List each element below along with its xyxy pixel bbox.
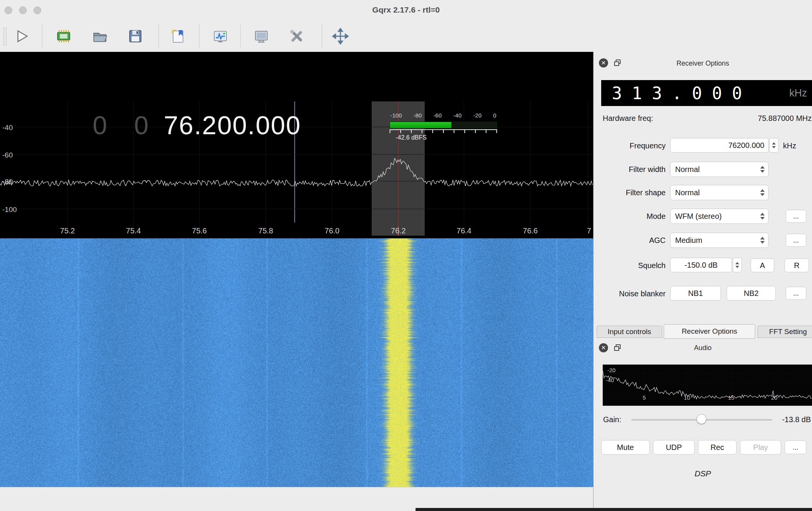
window-bottom-edge bbox=[416, 508, 812, 511]
frequency-stepper[interactable] bbox=[769, 138, 778, 153]
mode-value: WFM (stereo) bbox=[675, 212, 722, 221]
filter-width-select[interactable]: Normal bbox=[670, 162, 769, 177]
status-bar-divider bbox=[0, 487, 594, 487]
agc-select[interactable]: Medium bbox=[670, 233, 769, 248]
open-folder-icon bbox=[91, 27, 109, 45]
frequency-display[interactable]: 0 076.200.000 bbox=[93, 109, 301, 141]
toolbar-separator bbox=[240, 24, 241, 48]
audio-options-button[interactable]: ... bbox=[785, 440, 806, 454]
frequency-input[interactable]: 76200.000 bbox=[670, 138, 769, 153]
tab-fft-settings[interactable]: FFT Setting bbox=[757, 326, 812, 338]
gain-label: Gain: bbox=[603, 412, 621, 427]
audio-spectrum-plot: -20 -40 5 10 15 20 bbox=[603, 365, 812, 406]
bookmarks-button[interactable] bbox=[168, 27, 187, 45]
hardware-freq-value: 75.887000 MHz bbox=[758, 113, 812, 124]
signal-meter-fill bbox=[390, 122, 451, 128]
save-settings-button[interactable] bbox=[126, 27, 144, 45]
audio-khz-label: 15 bbox=[728, 394, 735, 401]
chevron-updown-icon bbox=[760, 166, 765, 173]
audio-db-label: -40 bbox=[606, 377, 614, 383]
nb1-button[interactable]: NB1 bbox=[670, 286, 721, 300]
freq-axis-label: 75.2 bbox=[60, 227, 75, 235]
chevron-updown-icon bbox=[760, 189, 765, 196]
frequency-display-dim-digits: 0 0 bbox=[93, 111, 159, 140]
play-button[interactable]: Play bbox=[740, 440, 781, 455]
mode-select[interactable]: WFM (stereo) bbox=[670, 209, 769, 224]
title-bar: Gqrx 2.17.6 - rtl=0 bbox=[0, 0, 812, 21]
frequency-label: Frequency bbox=[594, 138, 666, 153]
tab-input-controls[interactable]: Input controls bbox=[597, 326, 662, 338]
signal-meter-scale-labels: -100 -80 -60 -40 -20 0 bbox=[390, 112, 497, 120]
mode-label: Mode bbox=[594, 209, 666, 224]
filter-shape-row: Filter shape Normal bbox=[594, 185, 812, 200]
channel-filter-offset-lcd[interactable]: 313.000 kHz bbox=[601, 80, 812, 106]
rec-button[interactable]: Rec bbox=[698, 440, 737, 455]
configure-io-button[interactable] bbox=[55, 27, 73, 45]
mode-options-button[interactable]: ... bbox=[786, 210, 806, 223]
noise-blanker-row: Noise blanker NB1 NB2 ... bbox=[594, 286, 812, 301]
db-axis-label: -80 bbox=[2, 178, 13, 186]
freq-axis-label: 76.0 bbox=[325, 227, 340, 235]
squelch-stepper[interactable] bbox=[733, 258, 742, 272]
frequency-row: Frequency 76200.000 kHz bbox=[594, 138, 812, 153]
fullscreen-button[interactable] bbox=[331, 27, 350, 45]
meter-tick: -40 bbox=[453, 112, 462, 120]
filter-shape-value: Normal bbox=[675, 188, 700, 197]
memory-chip-icon bbox=[55, 27, 73, 45]
freq-axis-label: 76.4 bbox=[457, 227, 472, 235]
frequency-unit: kHz bbox=[783, 138, 796, 153]
toolbar-separator bbox=[199, 24, 199, 48]
waterfall-display[interactable] bbox=[0, 238, 593, 487]
filter-shape-select[interactable]: Normal bbox=[670, 185, 769, 200]
nb2-button[interactable]: NB2 bbox=[727, 286, 776, 300]
freq-axis-label: 75.6 bbox=[192, 227, 207, 235]
squelch-auto-button[interactable]: A bbox=[751, 259, 774, 272]
play-icon bbox=[13, 27, 31, 45]
remote-control-button[interactable] bbox=[252, 27, 271, 45]
tools-button[interactable] bbox=[287, 27, 306, 45]
db-axis-label: -40 bbox=[2, 124, 13, 132]
computer-screen-icon bbox=[252, 27, 271, 45]
step-down-icon bbox=[772, 146, 776, 148]
tab-receiver-options[interactable]: Receiver Options bbox=[664, 324, 755, 339]
signal-meter-value: -42.6 dBFS bbox=[390, 134, 497, 141]
freq-axis-label: 75.8 bbox=[258, 227, 273, 235]
toolbar-separator bbox=[42, 24, 42, 48]
gqrx-window: Gqrx 2.17.6 - rtl=0 bbox=[0, 0, 812, 511]
lcd-unit: kHz bbox=[790, 87, 812, 99]
mode-row: Mode WFM (stereo) ... bbox=[594, 209, 812, 224]
spectrum-plot[interactable]: 0 076.200.000 -100 -80 -60 -40 -20 0 -42… bbox=[0, 52, 593, 238]
dsp-display-button[interactable] bbox=[211, 27, 229, 45]
audio-khz-label: 10 bbox=[684, 394, 690, 401]
meter-tick: -100 bbox=[390, 112, 402, 120]
freq-axis-label: 76.6 bbox=[523, 227, 538, 235]
filter-shape-label: Filter shape bbox=[594, 185, 666, 200]
hardware-freq-label: Hardware freq: bbox=[603, 113, 653, 124]
mute-button[interactable]: Mute bbox=[601, 440, 650, 455]
nb-options-button[interactable]: ... bbox=[786, 287, 806, 300]
agc-options-button[interactable]: ... bbox=[786, 234, 806, 247]
db-axis-label: -100 bbox=[2, 206, 17, 214]
squelch-input[interactable]: -150.0 dB bbox=[670, 258, 732, 272]
udp-button[interactable]: UDP bbox=[653, 440, 695, 455]
audio-dock-title: Audio bbox=[594, 344, 812, 352]
frequency-display-digits: 76.200.000 bbox=[164, 111, 301, 140]
gain-slider-knob[interactable] bbox=[696, 414, 706, 424]
gain-row: Gain: -13.8 dB bbox=[594, 412, 812, 427]
freq-axis-label: 75.4 bbox=[126, 227, 141, 235]
step-up-icon bbox=[772, 142, 776, 145]
filter-width-row: Filter width Normal bbox=[594, 162, 812, 177]
load-settings-button[interactable] bbox=[91, 27, 109, 45]
toolbar-separator bbox=[322, 24, 322, 48]
squelch-reset-button[interactable]: R bbox=[785, 259, 809, 272]
meter-tick: -80 bbox=[414, 112, 422, 120]
agc-label: AGC bbox=[594, 233, 666, 248]
window-title: Gqrx 2.17.6 - rtl=0 bbox=[0, 5, 812, 14]
toolbar-grip[interactable] bbox=[3, 27, 6, 46]
meter-tick: -60 bbox=[433, 112, 442, 120]
toolbar-separator bbox=[159, 24, 159, 48]
toolbar bbox=[0, 21, 812, 52]
start-dsp-button[interactable] bbox=[13, 27, 31, 45]
filter-width-value: Normal bbox=[675, 165, 700, 174]
db-axis-label: -60 bbox=[2, 151, 13, 159]
